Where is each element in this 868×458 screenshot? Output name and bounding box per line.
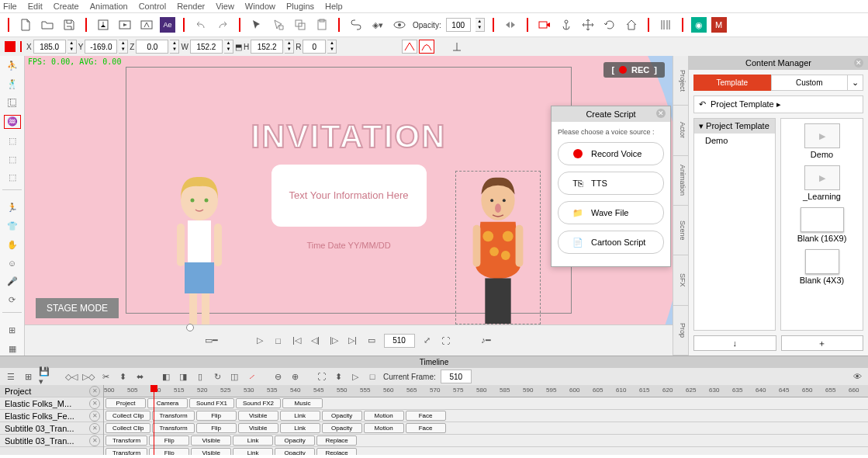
- h-spinner[interactable]: ▲▼: [285, 40, 294, 54]
- stop-icon[interactable]: □: [272, 335, 285, 347]
- tl-settings-icon[interactable]: 👁: [851, 370, 863, 383]
- baseline-icon[interactable]: [448, 38, 465, 55]
- tl-row-3[interactable]: Subtitle 03_Tran...✕: [0, 422, 103, 435]
- cm-tree-header[interactable]: ▾ Project Template: [694, 119, 775, 134]
- x-input[interactable]: [33, 40, 66, 54]
- track-chip[interactable]: Music: [282, 398, 323, 408]
- tl-tree-icon[interactable]: ⊞: [22, 370, 34, 383]
- track-chip[interactable]: Transform: [105, 435, 147, 446]
- anchor-icon[interactable]: [558, 16, 575, 33]
- tl-snap-icon[interactable]: ⬍: [332, 370, 344, 383]
- tl-merge-icon[interactable]: ⬌: [133, 370, 146, 383]
- track-chip[interactable]: Visible: [191, 448, 231, 455]
- track-chip[interactable]: Link: [233, 448, 273, 455]
- link-icon[interactable]: [348, 16, 365, 33]
- track-chip[interactable]: Link: [233, 435, 273, 446]
- track-chip[interactable]: Opacity: [275, 448, 315, 455]
- record-voice-button[interactable]: Record Voice: [558, 142, 664, 165]
- export-video-icon[interactable]: [116, 16, 133, 33]
- timeline-tracks[interactable]: 5005055105155205255305355405455505555605…: [104, 385, 868, 455]
- tl-tool1-icon[interactable]: ◫: [228, 370, 240, 383]
- tool-pose-icon[interactable]: 🕺: [4, 78, 21, 92]
- eye-icon[interactable]: [391, 16, 408, 33]
- new-file-icon[interactable]: [17, 16, 34, 33]
- y-spinner[interactable]: ▲▼: [119, 40, 128, 54]
- track-chip[interactable]: Project: [105, 398, 146, 408]
- track-chip[interactable]: Transform: [105, 448, 147, 455]
- fit-icon[interactable]: ⤢: [421, 335, 434, 347]
- first-frame-icon[interactable]: |◁: [291, 335, 303, 347]
- expand-icon[interactable]: ⛶: [440, 335, 452, 347]
- tl-row-2[interactable]: Elastic Folks_Fe...✕: [0, 410, 103, 422]
- ae-icon[interactable]: Ae: [160, 17, 175, 33]
- track-chip[interactable]: Sound FX2: [236, 398, 281, 408]
- app2-icon[interactable]: M: [711, 17, 727, 33]
- last-frame-icon[interactable]: ▷|: [347, 335, 359, 347]
- tl-markin-icon[interactable]: ◧: [160, 370, 172, 383]
- track-chip[interactable]: Motion: [364, 411, 404, 421]
- info-textbox[interactable]: Text Your Information Here: [271, 165, 427, 227]
- cm-download-button[interactable]: ↓: [693, 335, 776, 351]
- export-image-icon[interactable]: [138, 16, 155, 33]
- opacity-input[interactable]: [446, 18, 471, 32]
- menu-control[interactable]: Control: [139, 2, 166, 11]
- tl-fit-icon[interactable]: ⛶: [315, 370, 327, 383]
- prev-frame-icon[interactable]: ◁|: [310, 335, 322, 347]
- thumb-demo[interactable]: ▶Demo: [786, 123, 858, 159]
- tl-row-project[interactable]: Project✕: [0, 385, 103, 397]
- menu-create[interactable]: Create: [54, 2, 79, 11]
- menu-edit[interactable]: Edit: [28, 2, 43, 11]
- rotate-icon[interactable]: [601, 16, 618, 33]
- side-tab-actor[interactable]: Actor: [673, 106, 688, 155]
- clone-icon[interactable]: [270, 16, 287, 33]
- curve-linear-icon[interactable]: [402, 40, 417, 54]
- track-chip[interactable]: Face: [406, 411, 446, 421]
- tool-actor-icon[interactable]: ⛹: [4, 59, 21, 73]
- tl-row-1[interactable]: Elastic Folks_M...✕: [0, 397, 103, 410]
- flip-icon[interactable]: [502, 16, 519, 33]
- tl-curve-icon[interactable]: ⟋: [245, 370, 258, 383]
- track-chip[interactable]: Transform: [152, 423, 194, 433]
- current-frame-input[interactable]: [441, 370, 472, 383]
- tool-appframe-icon[interactable]: ⊞: [4, 323, 21, 337]
- cm-tree-item-demo[interactable]: Demo: [694, 134, 775, 147]
- tool-audio-icon[interactable]: ♒: [4, 115, 21, 129]
- stage-canvas[interactable]: FPS: 0.00, AVG: 0.00 [ REC ] INVITATION …: [25, 56, 673, 324]
- character-male[interactable]: [455, 171, 541, 324]
- lock-aspect-icon[interactable]: ⬒: [235, 43, 242, 51]
- track-close-icon[interactable]: ✕: [89, 435, 100, 446]
- cm-breadcrumb[interactable]: ↶Project Template ▸: [693, 95, 863, 113]
- tool-6-icon[interactable]: ⬚: [4, 152, 21, 166]
- track-chip[interactable]: Face: [406, 423, 446, 433]
- track-chip[interactable]: Transform: [152, 411, 194, 421]
- clipboard-icon[interactable]: [313, 16, 330, 33]
- playhead[interactable]: [154, 385, 154, 455]
- tool-5-icon[interactable]: ⬚: [4, 134, 21, 147]
- track-chip[interactable]: Visible: [238, 411, 278, 421]
- menu-help[interactable]: Help: [325, 2, 343, 11]
- wave-file-button[interactable]: 📁Wave File: [558, 201, 664, 224]
- curve-smooth-icon[interactable]: [419, 40, 434, 54]
- z-input[interactable]: [136, 40, 168, 54]
- h-input[interactable]: [251, 40, 283, 54]
- track-close-icon[interactable]: ✕: [89, 423, 100, 434]
- save-file-icon[interactable]: [61, 16, 78, 33]
- timeline-track[interactable]: Collect ClipTransformFlipVisibleLinkOpac…: [104, 410, 868, 422]
- export-icon[interactable]: [95, 16, 112, 33]
- sound-icon[interactable]: ♪━: [480, 335, 493, 347]
- tool-hand-icon[interactable]: ✋: [4, 238, 21, 252]
- tool-shirt-icon[interactable]: 👕: [4, 219, 21, 233]
- app1-icon[interactable]: ◉: [691, 17, 707, 33]
- cm-add-button[interactable]: ＋: [781, 335, 864, 351]
- track-close-icon[interactable]: ✕: [89, 386, 100, 397]
- cartoon-script-button[interactable]: 📄Cartoon Script: [558, 231, 664, 254]
- opacity-spinner[interactable]: ▲▼: [475, 18, 485, 32]
- axis-color-icon[interactable]: [5, 41, 16, 52]
- timeline-track[interactable]: ProjectCameraSound FX1Sound FX2Music: [104, 397, 868, 410]
- tool-path-icon[interactable]: ⟳: [4, 293, 21, 307]
- open-file-icon[interactable]: [39, 16, 56, 33]
- w-spinner[interactable]: ▲▼: [224, 40, 233, 54]
- menu-file[interactable]: File: [3, 2, 17, 11]
- tool-7-icon[interactable]: ⬚: [4, 171, 21, 185]
- tl-zoomin-icon[interactable]: ⊕: [289, 370, 301, 383]
